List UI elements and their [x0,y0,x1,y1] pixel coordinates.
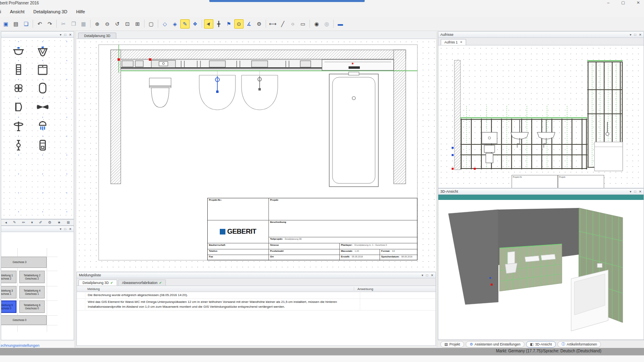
catalog-expand-icon[interactable]: ⊞ [67,220,70,225]
maximize-icon[interactable]: ▢ [621,0,625,5]
meldung-row-2[interactable]: Wird das GIS Element für Wand-WC mit Ome… [77,299,436,311]
tap-icon[interactable] [9,118,28,134]
menu-ansicht[interactable]: Ansicht [6,6,29,17]
column-anweisung[interactable]: Anweisung [354,287,436,291]
elevation-view[interactable]: Projekt-Nr. Projekt [438,45,644,188]
scheme-floor-bottom[interactable]: Geschoss 0 [1,315,47,325]
menu-detailplanung-3d[interactable]: Detailplanung 3D [29,6,72,17]
dock-pin-icon[interactable]: □ [64,226,66,232]
tab-3d-ansicht[interactable]: ◧3D-Ansicht [526,341,556,348]
column-meldung[interactable]: Meldung [77,287,354,291]
pipe-fitting-icon[interactable] [33,99,52,115]
weight-outline-icon[interactable]: ◎ [322,19,331,29]
scheme-box-1[interactable]: Teilableitung 1Geschoss 2 [1,271,17,283]
floor-plan-canvas[interactable]: Projekt-Nr.: Projekt GEBERIT Beschreibun… [76,39,436,271]
zoom-extents-icon[interactable]: ⊞ [133,19,142,29]
meldung-tab-1[interactable]: Detailplanung 3D✔ [78,280,117,286]
dock-menu-icon[interactable]: ▾ [60,226,61,232]
tab-assistenten-und-einstellungen[interactable]: ⚙Assistenten und Einstellungen [466,341,524,348]
tab-aufriss-1[interactable]: Aufriss 1 ✕ [441,39,466,45]
draw-rectangle-icon[interactable]: ▭ [298,19,308,29]
scheme-box-4[interactable]: Teilableitung 4Geschoss 1 [19,286,45,298]
valve-icon[interactable] [9,138,28,153]
tab-detailplanung-3d[interactable]: Detailplanung 3D [78,33,116,39]
shower-icon[interactable] [33,118,52,134]
measure-icon[interactable]: ∡ [244,19,254,29]
dock-close-icon[interactable]: ✕ [69,32,72,37]
urinal-icon[interactable] [9,99,28,115]
scheme-box-3[interactable]: Teilableitung 3Geschoss 1 [1,286,17,298]
dock-menu-icon[interactable]: ▾ [630,189,631,194]
zoom-in-icon[interactable]: ⊕ [93,19,102,29]
cut-icon[interactable]: ✂ [59,19,68,29]
dock-pin-icon[interactable]: □ [634,189,636,194]
catalog-label-icon[interactable]: ✎ [13,220,16,225]
tab-artikelinformationen[interactable]: ⓘArtikelinformationen [557,341,601,348]
draw-line-icon[interactable]: ╱ [278,19,287,29]
meldung-row-1[interactable]: Die Berechnung wurde erfolgreich abgesch… [77,292,436,299]
minimize-icon[interactable]: – [607,0,610,5]
catalog-filter-icon[interactable]: ✐ [39,220,42,225]
dock-close-icon[interactable]: ✕ [69,226,72,232]
dock-pin-icon[interactable]: □ [634,32,636,37]
dock-close-icon[interactable]: ✕ [639,189,642,194]
catalog-edit-icon[interactable]: ✏ [22,220,25,225]
undo-icon[interactable]: ↶ [35,19,44,29]
print-icon[interactable]: ▤ [11,19,21,29]
catalog-select-icon[interactable]: ◂ [5,220,7,225]
zoom-region-icon[interactable]: ⊙ [234,19,244,29]
page-setup-icon[interactable]: ❏ [21,19,31,29]
scheme-floor-top[interactable]: Geschoss 3 [1,257,47,268]
catalog-settings-icon[interactable]: ⚙ [48,220,52,225]
dock-close-icon[interactable]: ✕ [431,273,433,278]
washbasin-icon[interactable] [9,44,28,60]
scheme-box-2[interactable]: Teilableitung 2Geschoss 2 [19,271,45,283]
washing-machine-icon[interactable] [33,62,52,77]
tab-projekt[interactable]: ▤Projekt [440,341,464,348]
move-icon[interactable]: ╋ [214,19,223,29]
zoom-window-icon[interactable]: ⊡ [123,19,132,29]
draw-ellipse-icon[interactable]: ○ [288,19,297,29]
panel-toggle-icon[interactable]: ▬ [336,19,345,29]
meldung-tab-2[interactable]: Abwasservorfabrikation✔ [118,280,166,286]
save-icon[interactable]: ▣ [1,19,10,29]
weight-solid-icon[interactable]: ◉ [312,19,321,29]
edit-mode-icon[interactable]: ✎ [180,19,190,29]
tab-close-icon[interactable]: ✕ [460,41,462,44]
paste-icon[interactable]: ▦ [79,19,88,29]
group-lock-icon[interactable]: ⚙ [254,19,264,29]
scheme-box-5[interactable]: Teilableitung 5Geschoss 0 [1,300,17,313]
3d-viewport[interactable] [438,200,644,339]
catalog-sort-icon[interactable]: ▾ [31,220,33,225]
dimension-icon[interactable]: ⟷ [268,19,277,29]
berechnungseinstellungen-link[interactable]: Berechnungseinstellungen [1,342,39,348]
toilet-icon[interactable] [33,44,52,60]
selection-window-icon[interactable]: ▢ [147,19,156,29]
dock-menu-icon[interactable]: ▾ [60,32,61,37]
scheme-box-6[interactable]: Teilableitung 6Geschoss 0 [19,300,45,313]
select-cursor-icon[interactable]: ➤ [204,19,213,29]
insert-element-icon[interactable]: ❖ [190,19,200,29]
splitter-left[interactable] [74,31,76,348]
orbit-3d-icon[interactable]: ◇ [160,19,169,29]
dock-close-icon[interactable]: ✕ [639,32,642,37]
bathtub-icon[interactable] [33,80,52,96]
pan-icon[interactable]: ◈ [170,19,180,29]
radiator-icon[interactable] [9,62,28,77]
redo-icon[interactable]: ↷ [45,19,54,29]
dock-pin-icon[interactable]: □ [64,32,66,37]
dock-menu-icon[interactable]: ▾ [421,273,423,278]
catalog-collapse-icon[interactable]: ★ [58,220,61,225]
align-icon[interactable]: ⚑ [224,19,233,29]
cistern-icon[interactable] [33,138,52,153]
close-icon[interactable]: ✕ [637,0,640,5]
3d-view-toolbar[interactable] [438,195,644,200]
zoom-out-icon[interactable]: ⊖ [103,19,112,29]
menu-hilfe[interactable]: Hilfe [72,6,89,17]
ventilator-icon[interactable] [9,80,28,96]
copy-icon[interactable]: ❐ [69,19,78,29]
menu-datei[interactable]: Datei [0,6,6,17]
dock-pin-icon[interactable]: □ [426,273,428,278]
dock-menu-icon[interactable]: ▾ [630,32,631,37]
zoom-previous-icon[interactable]: ↺ [113,19,122,29]
